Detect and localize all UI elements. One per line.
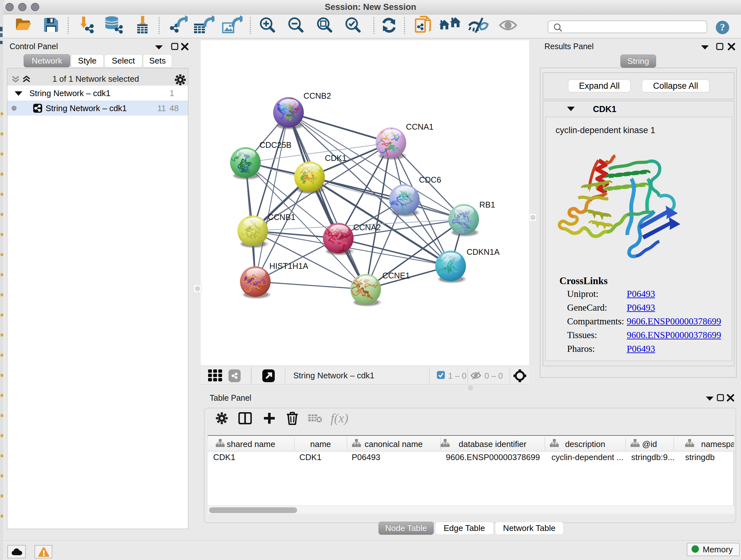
svg-text:?: ? bbox=[720, 22, 725, 33]
svg-text:RB1: RB1 bbox=[479, 200, 495, 209]
svg-text:CDKN1A: CDKN1A bbox=[467, 247, 499, 256]
svg-text:CDC25B: CDC25B bbox=[259, 140, 292, 149]
svg-text:CCNA1: CCNA1 bbox=[406, 122, 433, 131]
svg-text:CCNE1: CCNE1 bbox=[382, 271, 410, 280]
svg-text:HIST1H1A: HIST1H1A bbox=[269, 261, 308, 270]
svg-text:CCNB1: CCNB1 bbox=[268, 212, 295, 222]
svg-text:CDK1: CDK1 bbox=[325, 153, 347, 163]
svg-text:CCNB2: CCNB2 bbox=[304, 91, 331, 100]
svg-text:CDC6: CDC6 bbox=[419, 175, 441, 184]
svg-text:CCNA2: CCNA2 bbox=[353, 223, 381, 232]
